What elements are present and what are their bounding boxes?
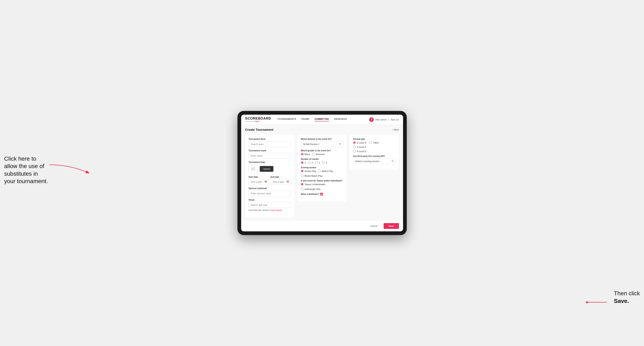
rounds-3[interactable]: 3 (315, 161, 320, 164)
nav-link-tournaments[interactable]: TOURNAMENTS (277, 118, 296, 122)
nav-username: blair admin (375, 118, 386, 121)
event-teams-radio[interactable] (301, 183, 304, 185)
nav-link-committee[interactable]: COMMITTEE (314, 118, 329, 122)
arrow-left (50, 163, 91, 175)
tournament-host-label: Tournament Host (248, 138, 291, 140)
end-date-wrap: 📅 (270, 179, 291, 185)
format-type-label: Format type (353, 138, 396, 140)
event-type-group: Is this event for Teams and/or Individua… (301, 179, 343, 190)
division-select[interactable]: NCAA Division I (301, 141, 343, 147)
gender-mens-radio[interactable] (301, 153, 304, 156)
format-row-1: 5 count 4 Other (353, 141, 396, 144)
scoring-api-group: Use third-party live scoring API? Select… (353, 155, 396, 164)
format-6count4-radio[interactable] (353, 146, 356, 148)
save-button[interactable]: Save (384, 223, 399, 229)
email-support-link[interactable]: email support (270, 209, 282, 211)
rounds-1-radio[interactable] (301, 161, 304, 164)
nav-link-rankings[interactable]: RANKINGS (334, 118, 347, 122)
form-middle-column: Which division is the event for? NCAA Di… (298, 135, 346, 201)
rounds-1[interactable]: 1 (301, 161, 306, 164)
start-date-group: Start date 📅 (248, 176, 269, 185)
tablet-frame: SCOREBOARD Powered by clippd TOURNAMENTS… (238, 111, 407, 235)
form-actions: Cancel Save (241, 220, 403, 231)
page-title: Create Tournament (245, 128, 273, 131)
rounds-4[interactable]: 4 (322, 161, 327, 164)
logo-scoreboard: SCOREBOARD (245, 117, 271, 120)
scoring-stroke[interactable]: Stroke Play (301, 170, 316, 173)
back-button[interactable]: ‹ Back (392, 129, 399, 131)
gender-womens[interactable]: Womens (312, 153, 325, 156)
event-teams[interactable]: Teams (+Individuals) (301, 183, 326, 185)
form-grid: Tournament Host Tournament name Tourname… (245, 135, 399, 217)
scoring-match[interactable]: Match Play (318, 170, 333, 173)
gender-womens-radio[interactable] (312, 153, 315, 156)
logo-area: SCOREBOARD Powered by clippd (245, 117, 271, 122)
form-left-column: Tournament Host Tournament name Tourname… (245, 135, 294, 217)
sponsor-input[interactable] (248, 190, 291, 196)
tournament-name-label: Tournament name (248, 150, 291, 152)
page-header: Create Tournament ‹ Back (245, 128, 399, 131)
format-other-radio[interactable] (370, 141, 372, 144)
cancel-button[interactable]: Cancel (366, 223, 382, 229)
rounds-2-radio[interactable] (308, 161, 310, 164)
tournament-host-input[interactable] (248, 141, 291, 147)
content-area: Create Tournament ‹ Back Tournament Host… (241, 125, 403, 220)
format-other[interactable]: Other (370, 141, 379, 144)
end-date-group: End date 📅 (270, 176, 291, 185)
rounds-group: Number of rounds 1 2 (301, 158, 343, 164)
format-5count4[interactable]: 5 count 4 (353, 141, 366, 144)
rounds-2[interactable]: 2 (308, 161, 313, 164)
division-group: Which division is the event for? NCAA Di… (301, 138, 343, 147)
scoring-api-select[interactable]: Select a scoring service (353, 158, 396, 164)
logo-placeholder-icon (248, 164, 258, 173)
nav-link-teams[interactable]: TEAMS (301, 118, 310, 122)
venue-input[interactable] (248, 202, 291, 208)
gender-group: Which gender is the event for? Mens Wome… (301, 150, 343, 156)
scoring-medal-radio[interactable] (301, 174, 304, 177)
event-type-radio-group: Teams (+Individuals) Individuals Only (301, 183, 343, 190)
upload-button[interactable]: Upload (260, 166, 274, 172)
venue-cant-find: Can't find your venue? email support (248, 209, 291, 211)
start-date-icon: 📅 (264, 181, 267, 183)
end-date-label: End date (270, 176, 291, 178)
event-type-label: Is this event for Teams and/or Individua… (301, 179, 343, 182)
format-row-2: 6 count 4 (353, 146, 396, 148)
division-label: Which division is the event for? (301, 138, 343, 140)
form-right-column: Format type 5 count 4 Other (350, 135, 399, 170)
event-individuals-radio[interactable] (301, 188, 304, 190)
scoring-label: Scoring system (301, 167, 343, 169)
start-date-label: Start date (248, 176, 269, 178)
rounds-4-radio[interactable] (322, 161, 324, 164)
scoring-api-label: Use third-party live scoring API? (353, 155, 396, 157)
tournament-host-group: Tournament Host (248, 138, 291, 147)
format-options: 5 count 4 Other 6 count 4 (353, 141, 396, 153)
date-row: Start date 📅 End date 📅 (248, 176, 291, 185)
scoring-stroke-radio[interactable] (301, 170, 304, 173)
event-individuals[interactable]: Individuals Only (301, 188, 321, 190)
format-6count5[interactable]: 6 count 5 (353, 150, 366, 153)
allow-substitutes-label[interactable]: Allow substitutes? (301, 193, 343, 195)
allow-substitutes-checkbox[interactable] (320, 193, 323, 195)
rounds-3-radio[interactable] (315, 161, 318, 164)
format-6count5-radio[interactable] (353, 150, 356, 153)
format-6count4[interactable]: 6 count 4 (353, 146, 366, 148)
gender-label: Which gender is the event for? (301, 150, 343, 152)
arrow-right (586, 298, 607, 306)
sign-out-link[interactable]: Sign out (390, 118, 399, 121)
annotation-left: Click here to allow the use of substitut… (4, 155, 50, 185)
allow-substitutes-group: Allow substitutes? (301, 193, 343, 195)
venue-label: Venue (248, 199, 291, 201)
nav-links: TOURNAMENTS TEAMS COMMITTEE RANKINGS (277, 118, 369, 122)
dates-group: Start date 📅 End date 📅 (248, 176, 291, 185)
sponsor-group: Sponsor (optional) (248, 187, 291, 196)
end-date-icon: 📅 (286, 181, 289, 183)
venue-group: Venue Can't find your venue? email suppo… (248, 199, 291, 211)
tournament-name-group: Tournament name (248, 150, 291, 159)
tournament-name-input[interactable] (248, 153, 291, 159)
gender-mens[interactable]: Mens (301, 153, 310, 156)
logo-powered: Powered by clippd (245, 120, 271, 122)
scoring-medal[interactable]: Medal Match Play (301, 174, 322, 177)
nav-bar: SCOREBOARD Powered by clippd TOURNAMENTS… (241, 115, 403, 125)
scoring-match-radio[interactable] (318, 170, 321, 173)
format-5count4-radio[interactable] (353, 141, 356, 144)
